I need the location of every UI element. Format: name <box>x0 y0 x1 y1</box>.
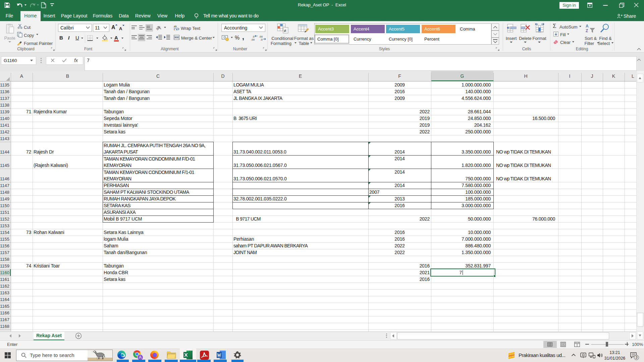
svg-text:.0: .0 <box>252 35 255 38</box>
svg-text:.00: .00 <box>251 38 255 41</box>
svg-text:A: A <box>586 24 589 28</box>
svg-text:.00: .00 <box>259 35 263 38</box>
svg-text:≠: ≠ <box>284 28 286 33</box>
svg-text:ab: ab <box>156 24 161 31</box>
svg-text:ab: ab <box>174 25 177 28</box>
svg-text:Z: Z <box>586 28 588 33</box>
svg-text:.0: .0 <box>260 38 263 41</box>
svg-text:c: c <box>174 28 175 30</box>
